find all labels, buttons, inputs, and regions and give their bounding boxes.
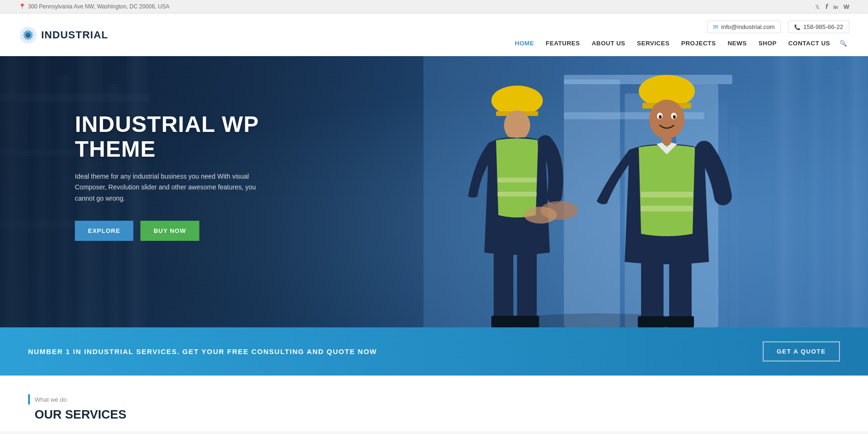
hero-title: INDUSTRIAL WP THEME xyxy=(75,112,304,162)
search-icon[interactable] xyxy=(837,37,849,49)
services-section: What we do OUR SERVICES xyxy=(0,376,868,431)
main-nav: HOME FEATURES ABOUT US SERVICES PROJECTS… xyxy=(510,37,849,49)
hero-subtitle: Ideal theme for any industrial business … xyxy=(75,171,271,204)
wordpress-icon[interactable] xyxy=(844,3,849,10)
pretitle-bar xyxy=(28,394,30,405)
svg-rect-32 xyxy=(515,316,539,327)
facebook-icon[interactable] xyxy=(825,3,828,10)
linkedin-icon[interactable] xyxy=(833,3,838,10)
svg-rect-44 xyxy=(669,257,692,323)
pretitle-text: What we do xyxy=(35,396,67,403)
twitter-icon[interactable] xyxy=(815,3,820,10)
svg-rect-43 xyxy=(641,257,664,323)
nav-projects[interactable]: PROJECTS xyxy=(677,37,721,49)
svg-point-48 xyxy=(524,207,557,224)
section-pretitle: What we do xyxy=(28,394,840,405)
get-quote-button[interactable]: GET A QUOTE xyxy=(763,341,840,362)
svg-rect-45 xyxy=(638,316,666,327)
svg-rect-29 xyxy=(494,248,513,323)
svg-rect-27 xyxy=(497,178,537,182)
svg-rect-46 xyxy=(666,316,694,327)
quote-text: NUMBER 1 IN INDUSTRIAL SERVICES. GET YOU… xyxy=(28,347,377,355)
svg-rect-28 xyxy=(497,192,537,196)
svg-point-35 xyxy=(649,100,685,139)
address-bar: 300 Pennsylvania Ave NW, Washington, DC … xyxy=(19,3,169,10)
workers-illustration xyxy=(330,56,868,327)
contact-info: info@industrial.com 158-985-66-22 xyxy=(707,21,849,33)
buy-now-button[interactable]: BUY NOW xyxy=(140,221,199,241)
services-title: OUR SERVICES xyxy=(35,407,840,422)
logo[interactable]: INDUSTRIAL xyxy=(19,26,108,44)
nav-about[interactable]: ABOUT US xyxy=(587,37,630,49)
nav-contact[interactable]: CONTACT US xyxy=(784,37,835,49)
svg-rect-40 xyxy=(662,136,671,145)
top-bar: 300 Pennsylvania Ave NW, Washington, DC … xyxy=(0,0,868,14)
hero-buttons: EXPLORE BUY NOW xyxy=(75,221,304,241)
svg-rect-41 xyxy=(641,192,693,197)
logo-icon xyxy=(19,26,37,44)
svg-rect-31 xyxy=(491,316,516,327)
nav-news[interactable]: NEWS xyxy=(723,37,751,49)
header-right: info@industrial.com 158-985-66-22 HOME F… xyxy=(510,21,849,49)
email-value: info@industrial.com xyxy=(721,23,774,30)
hero-section: INDUSTRIAL WP THEME Ideal theme for any … xyxy=(0,56,868,327)
svg-point-39 xyxy=(673,115,676,119)
svg-rect-42 xyxy=(641,206,693,211)
quote-banner: NUMBER 1 IN INDUSTRIAL SERVICES. GET YOU… xyxy=(0,327,868,376)
svg-rect-30 xyxy=(517,248,537,323)
phone-value: 158-985-66-22 xyxy=(803,23,843,30)
svg-point-26 xyxy=(504,110,530,140)
address-text: 300 Pennsylvania Ave NW, Washington, DC … xyxy=(28,3,169,10)
site-header: INDUSTRIAL info@industrial.com 158-985-6… xyxy=(0,14,868,56)
explore-button[interactable]: EXPLORE xyxy=(75,221,133,241)
svg-point-38 xyxy=(659,115,662,119)
logo-text: INDUSTRIAL xyxy=(41,29,108,41)
phone-contact: 158-985-66-22 xyxy=(788,21,849,33)
phone-icon xyxy=(794,23,801,30)
social-links xyxy=(815,3,849,10)
nav-shop[interactable]: SHOP xyxy=(754,37,781,49)
location-icon xyxy=(19,3,26,10)
email-contact: info@industrial.com xyxy=(707,21,780,33)
hero-content: INDUSTRIAL WP THEME Ideal theme for any … xyxy=(0,56,304,241)
nav-home[interactable]: HOME xyxy=(510,37,539,49)
nav-services[interactable]: SERVICES xyxy=(632,37,674,49)
nav-features[interactable]: FEATURES xyxy=(541,37,584,49)
email-icon xyxy=(713,23,718,30)
